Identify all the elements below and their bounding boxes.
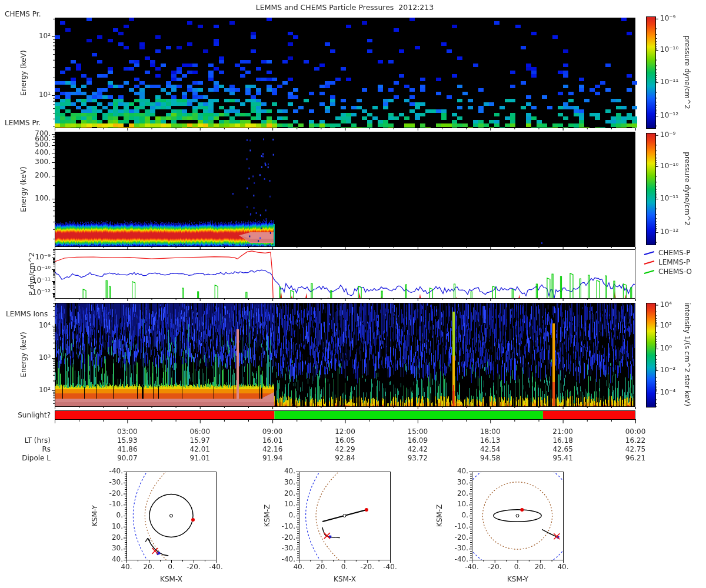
time-tick-label: 21:00: [544, 427, 582, 436]
ephemeris-row-label: Rs: [0, 445, 51, 453]
orbit-ytick-label: 20.: [271, 489, 295, 497]
orbit-xtick-label: 20.: [310, 563, 334, 571]
orbit-ytick-label: -30.: [271, 544, 295, 552]
ephemeris-value: 42.42: [399, 445, 437, 453]
ytick-label-ions: 10²: [21, 386, 51, 394]
orbit-xtick-label: 40.: [287, 563, 311, 571]
ytick-label-lemms: 300.: [21, 158, 51, 166]
colorbar-tick-label: 10²: [660, 321, 672, 329]
sunlight-label: Sunlight?: [0, 411, 51, 419]
orbit-ytick-label: 20.: [444, 489, 468, 497]
ephemeris-value: 96.21: [617, 454, 654, 462]
orbit-ytick-label: 0.: [271, 511, 295, 519]
orbit-ytick-label: 10.: [271, 500, 295, 508]
ephemeris-value: 90.07: [108, 454, 146, 462]
ytick-label-ions: 10³: [21, 353, 51, 362]
ephemeris-value: 16.09: [399, 436, 437, 445]
colorbar-label-intensity: intensity 1/(s cm^2 ster keV): [683, 303, 691, 406]
ephemeris-value: 91.01: [181, 454, 219, 462]
ytick-label-lemms: 500.: [21, 141, 51, 149]
colorbar-label-pressure-1: pressure dyne/cm^2: [683, 35, 691, 109]
ytick-label-pressure: 10⁻⁹: [21, 253, 51, 261]
orbit-ytick-label: 10.: [98, 522, 123, 530]
time-tick-label: 00:00: [617, 427, 654, 436]
colorbar-tick-label: 10⁻⁴: [660, 388, 675, 396]
orbit-ytick-label: -10.: [98, 500, 123, 508]
ephemeris-value: 16.22: [617, 436, 654, 445]
orbit-ytick-label: -30.: [444, 544, 468, 552]
orbit-ytick-label: 30.: [271, 478, 295, 486]
ephemeris-value: 15.97: [181, 436, 219, 445]
orbit2-ylabel: KSM-Z: [263, 505, 271, 527]
figure-root: LEMMS and CHEMS Particle Pressures 2012:…: [0, 0, 706, 588]
orbit-xtick-label: 0.: [159, 563, 183, 571]
orbit-ytick-label: -20.: [98, 489, 123, 497]
time-tick-label: 03:00: [108, 427, 146, 436]
orbit-xtick-label: -40.: [378, 563, 402, 571]
orbit1-xlabel: KSM-X: [160, 575, 182, 583]
orbit-xtick-label: 40.: [115, 563, 138, 571]
orbit-ytick-label: 30.: [98, 544, 123, 552]
orbit3-ylabel: KSM-Z: [435, 505, 444, 527]
orbit-xtick-label: -20.: [182, 563, 205, 571]
time-tick-label: 15:00: [399, 427, 437, 436]
ephemeris-row-label: Dipole L: [0, 454, 51, 462]
ytick-label-lemms: 400.: [21, 148, 51, 156]
legend-label-lemms-p: LEMMS-P: [658, 258, 690, 266]
orbit-xtick-label: -20.: [483, 563, 507, 571]
ephemeris-value: 41.86: [108, 445, 146, 453]
ytick-label-ions: 10⁴: [21, 321, 51, 329]
ephemeris-value: 42.54: [471, 445, 509, 453]
orbit-ytick-label: 40.: [98, 555, 123, 563]
ephemeris-value: 91.94: [254, 454, 291, 462]
colorbar-tick-label: 10⁻¹⁰: [660, 162, 678, 170]
ytick-label-lemms: 200.: [21, 171, 51, 179]
figure-title: LEMMS and CHEMS Particle Pressures 2012:…: [256, 4, 434, 12]
ephemeris-value: 42.65: [544, 445, 582, 453]
colorbar-tick-label: 10⁻¹²: [660, 111, 678, 119]
ytick-label-lemms: 100.: [21, 194, 51, 202]
panel-label-lemms: LEMMS Pr.: [5, 119, 41, 127]
time-tick-label: 06:00: [181, 427, 219, 436]
time-tick-label: 18:00: [471, 427, 509, 436]
ephemeris-value: 93.72: [399, 454, 437, 462]
ephemeris-value: 42.01: [181, 445, 219, 453]
colorbar-tick-label: 10⁻⁹: [660, 131, 675, 139]
orbit-ytick-label: -20.: [271, 533, 295, 542]
orbit-ytick-label: 40.: [444, 467, 468, 475]
orbit-xtick-label: -20.: [355, 563, 379, 571]
orbit-ytick-label: -40.: [98, 467, 123, 475]
ephemeris-value: 42.16: [254, 445, 291, 453]
colorbar-tick-label: 10⁻⁹: [660, 14, 675, 22]
colorbar-tick-label: 10⁻¹¹: [660, 78, 678, 86]
orbit-ytick-label: 0.: [444, 511, 468, 519]
orbit-ytick-label: -10.: [444, 522, 468, 530]
ytick-label-chems: 10²: [21, 32, 51, 40]
ytick-label-pressure: 10⁻¹²: [21, 288, 51, 296]
orbit-xtick-label: -40.: [204, 563, 228, 571]
orbit-ytick-label: 10.: [444, 500, 468, 508]
orbit1-ylabel: KSM-Y: [91, 505, 99, 526]
panel-label-chems: CHEMS Pr.: [5, 10, 41, 18]
orbit-xtick-label: 20.: [528, 563, 552, 571]
colorbar-tick-label: 10⁴: [660, 300, 672, 309]
y-axis-label-chems-energy: Energy (keV): [19, 50, 28, 95]
orbit-ytick-label: -20.: [444, 533, 468, 542]
colorbar-tick-label: 10⁻¹⁰: [660, 45, 678, 54]
ephemeris-value: 95.41: [544, 454, 582, 462]
ytick-label-pressure: 10⁻¹⁰: [21, 265, 51, 273]
ephemeris-value: 16.01: [254, 436, 291, 445]
time-tick-label: 09:00: [254, 427, 291, 436]
orbit-ytick-label: -30.: [98, 478, 123, 486]
panel-label-ions: LEMMS Ions: [6, 310, 48, 318]
ephemeris-value: 42.29: [327, 445, 364, 453]
orbit-xtick-label: 20.: [137, 563, 161, 571]
colorbar-label-pressure-2: pressure dyne/cm^2: [683, 152, 691, 225]
ephemeris-row-label: LT (hrs): [0, 436, 51, 445]
ephemeris-value: 16.18: [544, 436, 582, 445]
orbit-ytick-label: 30.: [444, 478, 468, 486]
orbit3-xlabel: KSM-Y: [507, 575, 528, 583]
colorbar-tick-label: 10⁰: [660, 344, 672, 352]
ephemeris-value: 94.58: [471, 454, 509, 462]
orbit-xtick-label: -40.: [460, 563, 484, 571]
